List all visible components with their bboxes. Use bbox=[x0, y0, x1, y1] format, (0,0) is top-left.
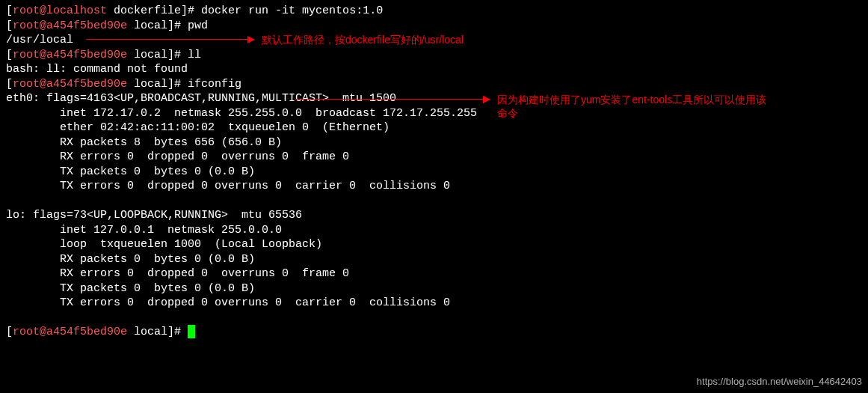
cursor-icon[interactable] bbox=[188, 325, 195, 338]
blank-line-1 bbox=[6, 194, 862, 209]
ifconfig-lo-rx-packets: RX packets 0 bytes 0 (0.0 B) bbox=[6, 252, 862, 267]
arrow-2-icon bbox=[295, 99, 490, 100]
bracket-close: ]# bbox=[167, 49, 188, 61]
bracket-open: [ bbox=[6, 78, 13, 91]
userhost: root@a454f5bed90e bbox=[13, 19, 127, 32]
ifconfig-lo-tx-packets: TX packets 0 bytes 0 (0.0 B) bbox=[6, 281, 862, 296]
path: local bbox=[127, 49, 167, 61]
userhost: root@localhost bbox=[13, 4, 107, 17]
path: local bbox=[127, 19, 167, 32]
pwd-output: /usr/local bbox=[6, 34, 73, 46]
ifconfig-eth0-tx-errors: TX errors 0 dropped 0 overruns 0 carrier… bbox=[6, 179, 862, 194]
path: dockerfile bbox=[107, 4, 181, 17]
annotation-ifconfig-line1: 因为构建时使用了yum安装了ent-tools工具所以可以使用该 bbox=[497, 93, 766, 106]
bracket-close: ]# bbox=[167, 326, 188, 338]
command: docker run -it mycentos:1.0 bbox=[201, 4, 383, 17]
annotation-ifconfig: 因为构建时使用了yum安装了ent-tools工具所以可以使用该 命令 bbox=[497, 93, 766, 120]
bracket-open: [ bbox=[6, 326, 13, 338]
annotation-pwd: 默认工作路径，按dockerfile写好的/usr/local bbox=[262, 33, 464, 46]
watermark: https://blog.csdn.net/weixin_44642403 bbox=[697, 376, 862, 389]
ifconfig-lo-inet: inet 127.0.0.1 netmask 255.0.0.0 bbox=[6, 223, 862, 238]
command: ifconfig bbox=[188, 78, 241, 91]
path: local bbox=[127, 326, 167, 338]
ifconfig-lo-tx-errors: TX errors 0 dropped 0 overruns 0 carrier… bbox=[6, 296, 862, 311]
ifconfig-lo-rx-errors: RX errors 0 dropped 0 overruns 0 frame 0 bbox=[6, 266, 862, 281]
userhost: root@a454f5bed90e bbox=[13, 78, 127, 91]
bracket-close: ]# bbox=[167, 78, 188, 91]
line-1: [root@localhost dockerfile]# docker run … bbox=[6, 4, 862, 19]
bracket-close: ]# bbox=[167, 19, 188, 32]
line-5-output: bash: ll: command not found bbox=[6, 62, 862, 77]
ifconfig-eth0-rx-errors: RX errors 0 dropped 0 overruns 0 frame 0 bbox=[6, 150, 862, 165]
bracket-open: [ bbox=[6, 4, 13, 17]
path: local bbox=[127, 78, 167, 91]
terminal-output[interactable]: [root@localhost dockerfile]# docker run … bbox=[6, 4, 862, 340]
ifconfig-eth0-ether: ether 02:42:ac:11:00:02 txqueuelen 0 (Et… bbox=[6, 121, 862, 135]
bracket-close: ]# bbox=[181, 4, 201, 17]
command: ll bbox=[188, 49, 201, 61]
annotation-ifconfig-line2: 命令 bbox=[497, 106, 766, 120]
command: pwd bbox=[188, 19, 208, 32]
ifconfig-eth0-tx-packets: TX packets 0 bytes 0 (0.0 B) bbox=[6, 165, 862, 180]
bracket-open: [ bbox=[6, 49, 13, 61]
blank-line-2 bbox=[6, 311, 862, 326]
bash-error: bash: ll: command not found bbox=[6, 63, 188, 76]
bracket-open: [ bbox=[6, 19, 13, 32]
line-4: [root@a454f5bed90e local]# ll bbox=[6, 48, 862, 63]
ifconfig-lo-loop: loop txqueuelen 1000 (Local Loopback) bbox=[6, 237, 862, 252]
userhost: root@a454f5bed90e bbox=[13, 326, 127, 338]
ifconfig-eth0-rx-packets: RX packets 8 bytes 656 (656.0 B) bbox=[6, 135, 862, 150]
line-23-prompt: [root@a454f5bed90e local]# bbox=[6, 325, 862, 340]
arrow-1-icon bbox=[86, 39, 254, 40]
ifconfig-lo-header: lo: flags=73<UP,LOOPBACK,RUNNING> mtu 65… bbox=[6, 208, 862, 223]
userhost: root@a454f5bed90e bbox=[13, 49, 127, 61]
line-2: [root@a454f5bed90e local]# pwd bbox=[6, 19, 862, 34]
line-6: [root@a454f5bed90e local]# ifconfig bbox=[6, 77, 862, 92]
